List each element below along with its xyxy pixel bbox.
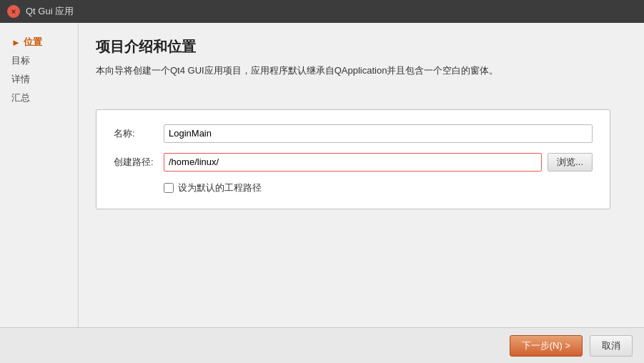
title-bar: × Qt Gui 应用 xyxy=(0,0,644,23)
sidebar-item-location[interactable]: ► 位置 xyxy=(0,33,78,51)
dialog: ► 位置 目标 详情 汇总 项目介绍和位置 本向导将创建一个Qt4 GUI应用项… xyxy=(0,23,644,363)
content-area: ► 位置 目标 详情 汇总 项目介绍和位置 本向导将创建一个Qt4 GUI应用项… xyxy=(0,23,644,327)
sidebar-item-target[interactable]: 目标 xyxy=(0,51,78,70)
sidebar-item-label: 位置 xyxy=(24,36,42,49)
name-label: 名称: xyxy=(114,127,164,140)
sidebar-item-summary[interactable]: 汇总 xyxy=(0,89,78,107)
section-title: 项目介绍和位置 xyxy=(96,37,627,56)
path-row: 创建路径: 浏览... xyxy=(114,153,593,171)
sidebar-item-details[interactable]: 详情 xyxy=(0,70,78,89)
name-row: 名称: xyxy=(114,124,593,143)
browse-button[interactable]: 浏览... xyxy=(548,153,593,171)
form-container: 名称: 创建路径: 浏览... 设为默认的工程路径 xyxy=(96,109,610,209)
bottom-bar: 下一步(N) > 取消 xyxy=(0,327,644,363)
checkbox-label: 设为默认的工程路径 xyxy=(178,182,262,194)
name-input[interactable] xyxy=(164,124,593,143)
close-icon: × xyxy=(11,7,16,16)
window-title: Qt Gui 应用 xyxy=(26,5,74,18)
close-button[interactable]: × xyxy=(7,5,20,18)
sidebar-item-label: 目标 xyxy=(11,54,30,67)
next-button[interactable]: 下一步(N) > xyxy=(510,335,583,357)
path-label: 创建路径: xyxy=(114,156,164,169)
arrow-icon: ► xyxy=(11,37,21,48)
main-panel: 项目介绍和位置 本向导将创建一个Qt4 GUI应用项目，应用程序默认继承自QAp… xyxy=(79,23,644,327)
sidebar: ► 位置 目标 详情 汇总 xyxy=(0,23,79,327)
sidebar-item-label: 汇总 xyxy=(11,91,30,104)
sidebar-item-label: 详情 xyxy=(11,73,30,86)
path-input[interactable] xyxy=(164,153,542,171)
checkbox-row: 设为默认的工程路径 xyxy=(114,182,593,194)
default-path-checkbox[interactable] xyxy=(164,183,174,193)
section-description: 本向导将创建一个Qt4 GUI应用项目，应用程序默认继承自QApplicatio… xyxy=(96,64,627,78)
cancel-button[interactable]: 取消 xyxy=(590,335,633,357)
